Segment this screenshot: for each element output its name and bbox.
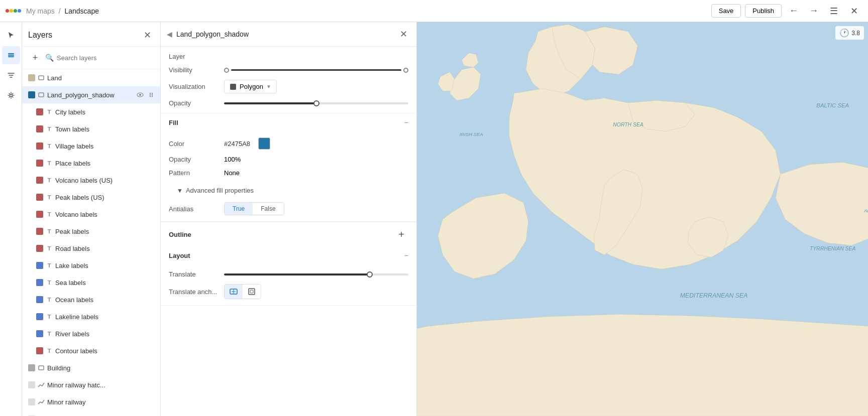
layer-item[interactable]: TPeak labels <box>22 223 160 240</box>
map-area[interactable]: NORTH SEA IRISH SEA BALTIC SEA MEDITERRA… <box>417 22 868 416</box>
layer-visibility-button[interactable] <box>135 192 145 202</box>
anchor-viewport-button[interactable] <box>243 285 261 299</box>
translate-slider[interactable] <box>224 273 408 275</box>
layer-visibility-button[interactable] <box>135 260 145 270</box>
icon-bar-settings[interactable] <box>2 86 20 104</box>
visualization-select[interactable]: Polygon ▼ <box>224 80 277 93</box>
layer-visibility-button[interactable] <box>135 397 145 407</box>
svg-point-155 <box>150 384 151 385</box>
layer-drag-handle[interactable] <box>146 226 156 236</box>
layer-visibility-button[interactable] <box>135 243 145 253</box>
layer-drag-handle[interactable] <box>146 175 156 185</box>
layer-item[interactable]: Building <box>22 359 160 376</box>
layer-color-dot <box>28 364 35 371</box>
layer-visibility-button[interactable] <box>135 107 145 117</box>
layer-item[interactable]: TVillage labels <box>22 137 160 155</box>
fill-section-header[interactable]: Fill − <box>161 113 416 131</box>
layer-item[interactable]: Land_polygon_shadow <box>22 86 160 103</box>
save-button[interactable]: Save <box>711 4 741 18</box>
layer-visibility-button[interactable] <box>135 363 145 373</box>
adv-fill-toggle[interactable]: ▼ Advanced fill properties <box>177 187 400 194</box>
icon-bar-filter[interactable] <box>2 66 20 84</box>
opacity-slider[interactable] <box>224 102 408 104</box>
layer-drag-handle[interactable] <box>146 278 156 288</box>
layer-drag-handle[interactable] <box>146 243 156 253</box>
add-layer-button[interactable]: + <box>28 51 42 65</box>
layer-name-label: Peak labels <box>55 228 135 235</box>
svg-point-144 <box>139 367 141 369</box>
layer-visibility-button[interactable] <box>135 158 145 168</box>
close-button[interactable]: ✕ <box>846 3 862 19</box>
svg-point-140 <box>150 352 151 353</box>
layer-item[interactable]: TTown labels <box>22 120 160 137</box>
menu-button[interactable]: ☰ <box>826 3 842 19</box>
layer-drag-handle[interactable] <box>146 260 156 270</box>
layer-item[interactable]: TVolcano labels <box>22 206 160 223</box>
layer-drag-handle[interactable] <box>146 329 156 339</box>
layer-visibility-button[interactable] <box>135 295 145 305</box>
layer-item[interactable]: Land <box>22 69 160 86</box>
layer-drag-handle[interactable] <box>146 312 156 322</box>
antialias-true-button[interactable]: True <box>225 203 253 215</box>
layer-drag-handle[interactable] <box>146 414 156 416</box>
layer-visibility-button[interactable] <box>135 226 145 236</box>
detail-close-button[interactable]: ✕ <box>396 27 410 41</box>
publish-button[interactable]: Publish <box>745 4 782 18</box>
layer-drag-handle[interactable] <box>146 124 156 134</box>
back-button[interactable]: ← <box>786 3 802 19</box>
layer-visibility-button[interactable] <box>135 124 145 134</box>
layers-close-button[interactable]: ✕ <box>140 28 154 42</box>
layer-item[interactable]: TRiver labels <box>22 325 160 342</box>
antialias-false-button[interactable]: False <box>253 203 283 215</box>
layer-visibility-button[interactable] <box>135 73 145 83</box>
layer-drag-handle[interactable] <box>146 107 156 117</box>
layer-drag-handle[interactable] <box>146 346 156 356</box>
layer-drag-handle[interactable] <box>146 192 156 202</box>
layer-visibility-button[interactable] <box>135 209 145 219</box>
layer-drag-handle[interactable] <box>146 363 156 373</box>
icon-bar-cursor[interactable] <box>2 26 20 44</box>
layer-item[interactable]: Minor railway hatc... <box>22 376 160 393</box>
layer-drag-handle[interactable] <box>146 141 156 151</box>
layer-drag-handle[interactable] <box>146 209 156 219</box>
layer-visibility-button[interactable] <box>135 90 145 100</box>
layer-visibility-button[interactable] <box>135 346 145 356</box>
layer-visibility-button[interactable] <box>135 414 145 416</box>
layer-visibility-button[interactable] <box>135 380 145 390</box>
layer-color-dot <box>36 313 43 320</box>
layer-drag-handle[interactable] <box>146 380 156 390</box>
layer-item[interactable]: TPeak labels (US) <box>22 189 160 206</box>
layer-drag-handle[interactable] <box>146 90 156 100</box>
layer-visibility-button[interactable] <box>135 278 145 288</box>
search-input[interactable] <box>57 54 154 62</box>
breadcrumb-mymaps[interactable]: My maps <box>26 7 55 15</box>
layer-visibility-button[interactable] <box>135 141 145 151</box>
layout-section-header[interactable]: Layout − <box>161 246 416 264</box>
icon-bar-layers[interactable] <box>2 46 20 64</box>
layer-visibility-button[interactable] <box>135 175 145 185</box>
layer-item[interactable]: TPlace labels <box>22 155 160 172</box>
layer-drag-handle[interactable] <box>146 73 156 83</box>
layer-item[interactable]: TCity labels <box>22 103 160 120</box>
layer-item[interactable]: TLakeline labels <box>22 308 160 325</box>
fill-color-swatch[interactable] <box>258 137 270 150</box>
visualization-label: Visualization <box>169 83 224 90</box>
layer-item[interactable]: TOcean labels <box>22 291 160 308</box>
layer-item[interactable]: TContour labels <box>22 342 160 359</box>
layer-item[interactable]: TVolcano labels (US) <box>22 172 160 189</box>
layer-drag-handle[interactable] <box>146 397 156 407</box>
layer-visibility-button[interactable] <box>135 312 145 322</box>
svg-point-75 <box>152 214 153 215</box>
layer-drag-handle[interactable] <box>146 295 156 305</box>
layer-item[interactable]: Minor railway <box>22 393 160 410</box>
outline-add-button[interactable]: + <box>394 227 408 241</box>
layer-item[interactable]: TSea labels <box>22 274 160 291</box>
layer-name-label: Town labels <box>55 125 135 133</box>
anchor-map-button[interactable] <box>225 285 243 299</box>
layer-item[interactable]: Major railway hatc... <box>22 410 160 416</box>
forward-button[interactable]: → <box>806 3 822 19</box>
layer-item[interactable]: TLake labels <box>22 257 160 274</box>
layer-item[interactable]: TRoad labels <box>22 240 160 257</box>
layer-drag-handle[interactable] <box>146 158 156 168</box>
layer-visibility-button[interactable] <box>135 329 145 339</box>
